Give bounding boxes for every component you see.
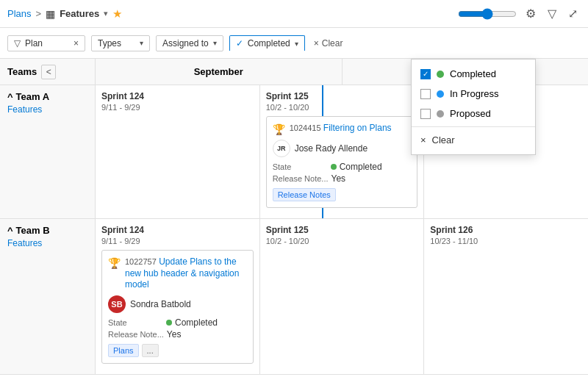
team-b-sprint-126-dates: 10/23 - 11/10 [430, 237, 582, 245]
team-b-row: ^ Team B Features Sprint 124 9/11 - 9/29… [0, 219, 588, 375]
card-trophy-icon: 🏆 [273, 123, 285, 135]
team-b-sprint-124-name: Sprint 124 [101, 225, 254, 235]
clear-label: Clear [322, 38, 343, 48]
team-b-sprint-125-cell: Sprint 125 10/2 - 10/20 [260, 219, 425, 374]
breadcrumb-current: Features [60, 8, 99, 19]
card-1022757-avatar: SB [108, 295, 126, 313]
plan-filter-clear[interactable]: × [74, 38, 79, 48]
completed-option-label: Completed [450, 68, 496, 79]
completed-check-icon: ✓ [236, 38, 243, 48]
september-label: September [194, 66, 243, 77]
team-a-label: Team A [16, 91, 50, 102]
card-1022757-person-name: Sondra Batbold [130, 299, 191, 309]
clear-icon: × [314, 38, 319, 48]
top-bar-actions: ⚙ ▽ ⤢ [458, 5, 581, 22]
top-bar: Plans > ▦ Features ▾ ★ ⚙ ▽ ⤢ [0, 0, 588, 28]
team-b-name[interactable]: ^ Team B [7, 225, 87, 236]
filter-bar: ▽ × Types ▾ Assigned to ▾ ✓ Completed ▾ … [0, 28, 588, 59]
team-b-label: Team B [16, 225, 50, 236]
completed-chevron-icon: ▾ [295, 40, 298, 48]
card-1024415-person: JR Jose Rady Allende [273, 140, 412, 157]
teams-header-label: Teams [7, 66, 37, 77]
team-b-features-link[interactable]: Features [7, 238, 42, 248]
card-1024415-tags: Release Notes [273, 188, 412, 201]
clear-all-button[interactable]: × Clear [314, 38, 343, 48]
assigned-chevron-icon: ▾ [213, 39, 217, 47]
settings-button[interactable]: ⚙ [523, 5, 539, 22]
team-b-sprint-125-name: Sprint 125 [266, 225, 418, 235]
proposed-checkbox[interactable] [420, 109, 431, 119]
plan-filter-tag[interactable]: ▽ × [7, 35, 85, 51]
breadcrumb: Plans > ▦ Features ▾ ★ [7, 7, 122, 21]
card-1024415-header: 🏆 1024415 Filtering on Plans [273, 123, 412, 135]
team-a-sprint-124-dates: 9/11 - 9/29 [101, 103, 254, 112]
card-1024415: 🏆 1024415 Filtering on Plans JR Jose Rad… [266, 116, 418, 208]
dropdown-divider [412, 126, 535, 127]
team-a-features-link[interactable]: Features [7, 104, 42, 115]
card-1024415-id: 1024415 [290, 123, 321, 132]
card-1022757-release-label: Release Note... [108, 330, 164, 339]
team-b-sprint-126-name: Sprint 126 [430, 225, 582, 235]
in-progress-option[interactable]: In Progress [412, 84, 535, 104]
card-1022757-fields: State Completed Release Note... Yes [108, 317, 247, 340]
card-state-value: Completed [331, 162, 382, 172]
card-1022757-state-dot [166, 320, 172, 326]
team-b-sprint-124-dates: 9/11 - 9/29 [101, 237, 254, 245]
state-text: Completed [340, 162, 382, 172]
plan-filter-input[interactable] [25, 38, 69, 48]
types-filter-dropdown[interactable]: Types ▾ [91, 35, 150, 51]
card-1022757-id: 1022757 [125, 257, 157, 266]
team-b-chevron: ^ [7, 225, 13, 236]
team-a-chevron: ^ [7, 91, 13, 102]
favorite-star-icon[interactable]: ★ [112, 7, 122, 21]
dropdown-clear-button[interactable]: × Clear [412, 130, 535, 150]
in-progress-dot [437, 90, 444, 98]
card-1024415-release-row: Release Note... Yes [273, 173, 412, 184]
card-release-label: Release Note... [273, 174, 329, 183]
completed-checkbox[interactable] [420, 69, 431, 79]
september-column-header: September [96, 59, 343, 85]
state-dot [331, 164, 337, 170]
assigned-label: Assigned to [162, 38, 209, 48]
card-1024415-state-row: State Completed [273, 162, 412, 172]
completed-label: Completed [248, 38, 290, 48]
team-a-info: ^ Team A Features [0, 85, 96, 218]
completed-option[interactable]: Completed [412, 64, 535, 84]
in-progress-option-label: In Progress [450, 88, 498, 99]
card-1022757-tag-plans[interactable]: Plans [108, 344, 139, 357]
completed-filter-dropdown[interactable]: ✓ Completed ▾ [229, 35, 305, 51]
team-b-sprint-125-dates: 10/2 - 10/20 [266, 237, 418, 245]
card-1022757-tag-more[interactable]: ... [142, 344, 159, 357]
breadcrumb-plans[interactable]: Plans [7, 8, 32, 19]
features-board-icon: ▦ [46, 8, 55, 20]
card-state-label: State [273, 162, 328, 171]
card-1022757-state-label: State [108, 318, 163, 327]
proposed-option-label: Proposed [450, 108, 491, 119]
breadcrumb-separator: > [36, 8, 42, 19]
team-a-sprint-125-name: Sprint 125 [266, 91, 418, 101]
types-label: Types [98, 38, 121, 48]
fullscreen-button[interactable]: ⤢ [565, 5, 581, 22]
breadcrumb-chevron-icon[interactable]: ▾ [104, 9, 108, 18]
zoom-slider[interactable] [458, 8, 517, 20]
team-a-name[interactable]: ^ Team A [7, 91, 87, 102]
filter-view-button[interactable]: ▽ [545, 5, 559, 22]
proposed-option[interactable]: Proposed [412, 104, 535, 123]
types-chevron-icon: ▾ [140, 39, 143, 47]
card-1022757-state-row: State Completed [108, 317, 247, 328]
card-1024415-title[interactable]: Filtering on Plans [323, 123, 392, 133]
card-1022757-release-value: Yes [167, 329, 182, 340]
team-a-sprint-124-name: Sprint 124 [101, 91, 254, 101]
card-1024415-person-name: Jose Rady Allende [295, 143, 368, 154]
card-1024415-avatar: JR [273, 140, 290, 157]
status-filter-popup: Completed In Progress Proposed × Clear [411, 59, 536, 155]
assigned-filter-dropdown[interactable]: Assigned to ▾ [156, 35, 223, 51]
in-progress-checkbox[interactable] [420, 89, 431, 99]
team-b-info: ^ Team B Features [0, 219, 96, 374]
teams-column-header: Teams < [0, 59, 96, 85]
dropdown-clear-icon: × [420, 134, 426, 146]
collapse-teams-button[interactable]: < [41, 65, 56, 79]
card-1022757-state-text: Completed [175, 317, 218, 328]
card-tag-release-notes[interactable]: Release Notes [273, 188, 336, 201]
card-1024415-fields: State Completed Release Note... Yes [273, 162, 412, 184]
